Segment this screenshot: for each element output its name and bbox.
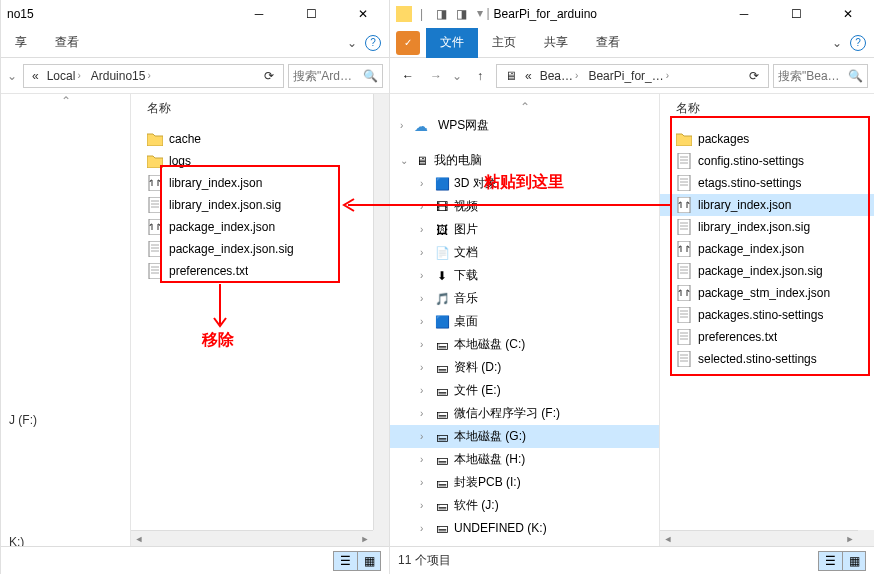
bc-prefix[interactable]: «	[521, 69, 536, 83]
view-details-button[interactable]: ☰	[333, 551, 357, 571]
file-row[interactable]: library_index.json	[660, 194, 874, 216]
tab-share[interactable]: 共享	[530, 28, 582, 58]
tree-item[interactable]: ›📄文档	[390, 241, 659, 264]
tree-item[interactable]: ›🖴UNDEFINED (K:)	[390, 517, 659, 539]
breadcrumb[interactable]: 🖥 « Bea…› BearPi_for_…› ⟳	[496, 64, 769, 88]
help-icon[interactable]: ?	[365, 35, 381, 51]
view-icons-button[interactable]: ▦	[842, 551, 866, 571]
nav-bar: ⌄ « Local› Arduino15› ⟳ 🔍	[1, 58, 389, 94]
file-row[interactable]: package_index.json	[131, 216, 389, 238]
refresh-icon[interactable]: ⟳	[744, 69, 764, 83]
tree-item[interactable]: ›🎞视频	[390, 195, 659, 218]
file-row[interactable]: config.stino-settings	[660, 150, 874, 172]
tree-item[interactable]: ›🖴文件 (E:)	[390, 379, 659, 402]
tree-item[interactable]: ›🖴微信小程序学习 (F:)	[390, 402, 659, 425]
sidebar-item-drive[interactable]: K:)	[1, 532, 130, 546]
tree-item[interactable]: ›⬇下载	[390, 264, 659, 287]
tab-home[interactable]: 主页	[478, 28, 530, 58]
tree-item[interactable]: ›🎵音乐	[390, 287, 659, 310]
scroll-left-icon[interactable]: ◄	[131, 531, 147, 547]
tree-item[interactable]: ›🖴本地磁盘 (H:)	[390, 448, 659, 471]
file-row[interactable]: packages	[660, 128, 874, 150]
scroll-right-icon[interactable]: ►	[842, 531, 858, 547]
tab-view[interactable]: 查看	[41, 28, 93, 58]
search-box[interactable]: 🔍	[773, 64, 868, 88]
maximize-button[interactable]: ☐	[291, 2, 331, 26]
search-input[interactable]	[778, 69, 838, 83]
tree-item[interactable]: ›🖴软件 (J:)	[390, 494, 659, 517]
file-row[interactable]: preferences.txt	[131, 260, 389, 282]
tree-item[interactable]: ›🖼图片	[390, 218, 659, 241]
file-row[interactable]: library_index.json.sig	[131, 194, 389, 216]
search-icon[interactable]: 🔍	[848, 69, 863, 83]
nav-forward-button[interactable]: →	[424, 64, 448, 88]
file-row[interactable]: packages.stino-settings	[660, 304, 874, 326]
scrollbar-horizontal[interactable]: ◄ ►	[131, 530, 373, 546]
ribbon-collapse-icon[interactable]: ⌄	[832, 36, 842, 50]
file-icon	[676, 153, 692, 169]
file-row[interactable]: library_index.json	[131, 172, 389, 194]
nav-back-button[interactable]: ←	[396, 64, 420, 88]
tab-view[interactable]: 查看	[582, 28, 634, 58]
view-details-button[interactable]: ☰	[818, 551, 842, 571]
tree-item[interactable]: ›🖴资料 (D:)	[390, 356, 659, 379]
search-icon[interactable]: 🔍	[363, 69, 378, 83]
minimize-button[interactable]: ─	[239, 2, 279, 26]
scroll-left-icon[interactable]: ◄	[660, 531, 676, 547]
file-row[interactable]: cache	[131, 128, 389, 150]
refresh-icon[interactable]: ⟳	[259, 69, 279, 83]
tree-item[interactable]: ›🖴本地磁盘 (C:)	[390, 333, 659, 356]
tree-item[interactable]: ›🟦桌面	[390, 310, 659, 333]
tree-wps[interactable]: › ☁ WPS网盘	[390, 114, 659, 137]
bc-segment[interactable]: BearPi_for_…›	[584, 69, 675, 83]
file-row[interactable]: logs	[131, 150, 389, 172]
bc-pc-icon[interactable]: 🖥	[501, 69, 521, 83]
scrollbar-vertical[interactable]	[373, 94, 389, 530]
music-icon: 🎵	[434, 291, 450, 307]
file-icon	[147, 241, 163, 257]
search-box[interactable]: 🔍	[288, 64, 383, 88]
file-row[interactable]: package_index.json.sig	[660, 260, 874, 282]
sidebar-item-drive[interactable]: J (F:)	[1, 410, 130, 430]
breadcrumb[interactable]: « Local› Arduino15› ⟳	[23, 64, 284, 88]
ribbon-collapse-icon[interactable]: ⌄	[347, 36, 357, 50]
column-header-name[interactable]: 名称	[131, 94, 389, 124]
column-header-name[interactable]: 名称	[660, 94, 874, 124]
file-row[interactable]: etags.stino-settings	[660, 172, 874, 194]
maximize-button[interactable]: ☐	[776, 2, 816, 26]
file-row[interactable]: package_index.json	[660, 238, 874, 260]
file-icon	[676, 351, 692, 367]
help-icon[interactable]: ?	[850, 35, 866, 51]
file-row[interactable]: selected.stino-settings	[660, 348, 874, 370]
tree-item[interactable]: ›🖴本地磁盘 (G:)	[390, 425, 659, 448]
file-row[interactable]: library_index.json.sig	[660, 216, 874, 238]
minimize-button[interactable]: ─	[724, 2, 764, 26]
tab-share[interactable]: 享	[1, 28, 41, 58]
file-icon	[676, 175, 692, 191]
file-row[interactable]: preferences.txt	[660, 326, 874, 348]
bc-segment-arduino15[interactable]: Arduino15›	[87, 69, 157, 83]
view-icons-button[interactable]: ▦	[357, 551, 381, 571]
nav-up-button[interactable]: ↑	[468, 64, 492, 88]
qat-icon[interactable]: ◨	[453, 6, 469, 22]
file-row[interactable]: package_stm_index.json	[660, 282, 874, 304]
accent-icon[interactable]: ✓	[396, 31, 420, 55]
bc-segment-local[interactable]: Local›	[43, 69, 87, 83]
scroll-right-icon[interactable]: ►	[357, 531, 373, 547]
history-caret-icon[interactable]: ⌄	[7, 69, 19, 83]
bc-segment[interactable]: Bea…›	[536, 69, 585, 83]
tree-mypc[interactable]: ⌄ 🖥 我的电脑	[390, 149, 659, 172]
close-button[interactable]: ✕	[343, 2, 383, 26]
history-caret-icon[interactable]: ⌄	[452, 69, 464, 83]
scroll-up-icon[interactable]: ⌃	[61, 94, 71, 108]
qat-icon[interactable]: ◨	[433, 6, 449, 22]
close-button[interactable]: ✕	[828, 2, 868, 26]
scrollbar-horizontal[interactable]: ◄ ►	[660, 530, 858, 546]
tab-file[interactable]: 文件	[426, 28, 478, 58]
scroll-up-icon[interactable]: ⌃	[390, 100, 659, 114]
bc-prefix[interactable]: «	[28, 69, 43, 83]
tree-item[interactable]: ›🟦3D 对象	[390, 172, 659, 195]
search-input[interactable]	[293, 69, 353, 83]
file-row[interactable]: package_index.json.sig	[131, 238, 389, 260]
tree-item[interactable]: ›🖴封装PCB (I:)	[390, 471, 659, 494]
